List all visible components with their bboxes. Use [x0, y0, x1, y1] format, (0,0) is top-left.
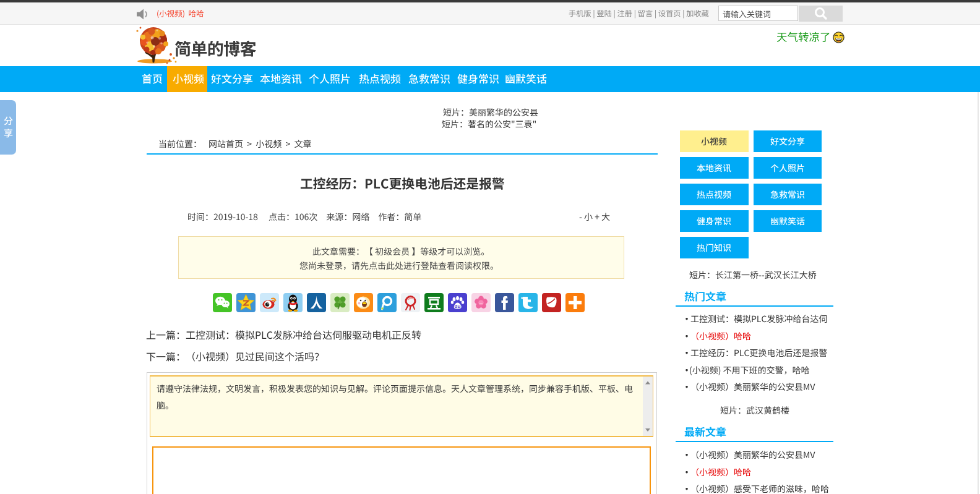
svg-text:du: du: [455, 304, 461, 309]
